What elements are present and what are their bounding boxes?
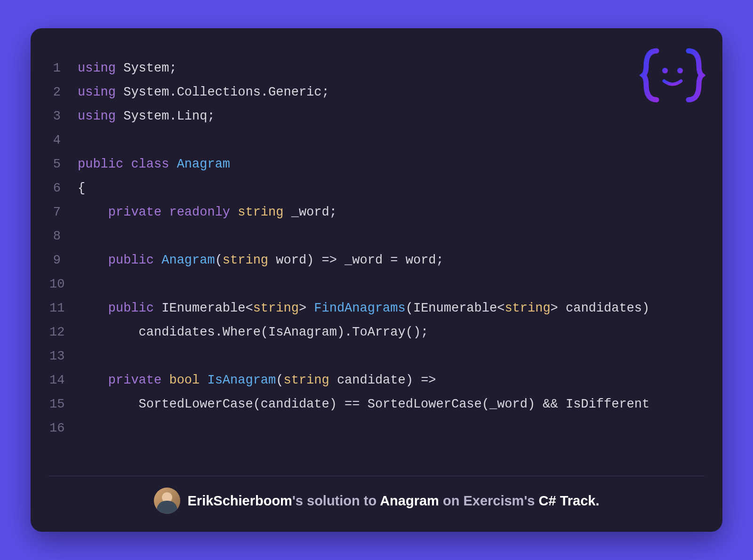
line-number: 12: [49, 320, 78, 344]
line-content: candidates.Where(IsAnagram).ToArray();: [78, 320, 428, 344]
code-block: 1using System;2using System.Collections.…: [31, 47, 722, 466]
line-content: public Anagram(string word) => _word = w…: [78, 248, 444, 272]
attribution-user: ErikSchierboom: [188, 493, 292, 508]
line-content: using System.Collections.Generic;: [78, 80, 329, 104]
code-line: 6{: [49, 176, 722, 200]
code-line: 13: [49, 344, 722, 368]
code-line: 7 private readonly string _word;: [49, 200, 722, 224]
attribution-track: C# Track: [539, 493, 596, 508]
code-line: 8: [49, 224, 722, 248]
line-number: 8: [49, 224, 78, 248]
avatar: [154, 488, 180, 514]
code-line: 4: [49, 128, 722, 152]
code-line: 1using System;: [49, 56, 722, 80]
line-content: public IEnumerable<string> FindAnagrams(…: [78, 296, 649, 320]
line-number: 11: [49, 296, 78, 320]
line-number: 14: [49, 368, 78, 392]
code-line: 15 SortedLowerCase(candidate) == SortedL…: [49, 392, 722, 416]
exercism-logo-icon: [640, 47, 705, 104]
line-number: 5: [49, 152, 78, 176]
code-line: 9 public Anagram(string word) => _word =…: [49, 248, 722, 272]
line-number: 13: [49, 344, 78, 368]
line-number: 10: [49, 272, 78, 296]
line-content: using System;: [78, 56, 177, 80]
attribution-bar: ErikSchierboom's solution to Anagram on …: [31, 488, 722, 518]
line-number: 16: [49, 416, 78, 440]
line-content: public class Anagram: [78, 152, 230, 176]
line-number: 6: [49, 176, 78, 200]
code-line: 5public class Anagram: [49, 152, 722, 176]
attribution-exercise: Anagram: [380, 493, 439, 508]
svg-point-1: [677, 68, 683, 73]
code-line: 16: [49, 416, 722, 440]
code-line: 12 candidates.Where(IsAnagram).ToArray()…: [49, 320, 722, 344]
code-line: 14 private bool IsAnagram(string candida…: [49, 368, 722, 392]
line-number: 7: [49, 200, 78, 224]
code-card: 1using System;2using System.Collections.…: [31, 28, 722, 532]
code-line: 10: [49, 272, 722, 296]
line-number: 3: [49, 104, 78, 128]
code-line: 11 public IEnumerable<string> FindAnagra…: [49, 296, 722, 320]
line-number: 1: [49, 56, 78, 80]
line-content: SortedLowerCase(candidate) == SortedLowe…: [78, 392, 649, 416]
code-line: 3using System.Linq;: [49, 104, 722, 128]
svg-point-0: [662, 68, 668, 73]
attribution-text: ErikSchierboom's solution to Anagram on …: [188, 493, 600, 509]
line-number: 2: [49, 80, 78, 104]
divider: [48, 476, 705, 476]
code-line: 2using System.Collections.Generic;: [49, 80, 722, 104]
line-content: {: [78, 176, 85, 200]
line-number: 9: [49, 248, 78, 272]
line-content: private bool IsAnagram(string candidate)…: [78, 368, 436, 392]
line-number: 4: [49, 128, 78, 152]
line-content: using System.Linq;: [78, 104, 215, 128]
line-number: 15: [49, 392, 78, 416]
line-content: private readonly string _word;: [78, 200, 337, 224]
